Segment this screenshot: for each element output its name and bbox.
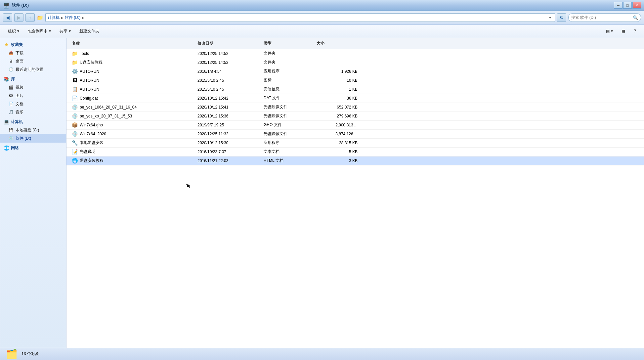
table-row[interactable]: 🔧 本地硬盘安装 2020/10/12 15:30 应用程序 28,315 KB <box>66 139 644 148</box>
share-button[interactable]: 共享 ▾ <box>56 26 74 36</box>
table-row[interactable]: 📦 Win7x64.gho 2019/9/7 19:25 GHO 文件 2,90… <box>66 121 644 130</box>
table-row[interactable]: 💿 Win7x64_2020 2020/12/25 11:32 光盘映像文件 3… <box>66 130 644 139</box>
video-icon: 🎬 <box>8 85 14 90</box>
new-folder-label: 新建文件夹 <box>79 28 99 34</box>
file-size: 28,315 KB <box>314 140 360 146</box>
sidebar-item-drive-c[interactable]: 💾 本地磁盘 (C:) <box>0 126 66 134</box>
table-row[interactable]: 💿 pe_yqs_xp_20_07_31_15_53 2020/10/12 15… <box>66 112 644 121</box>
table-row[interactable]: 💿 pe_yqs_1064_20_07_31_16_04 2020/10/12 … <box>66 103 644 112</box>
column-type[interactable]: 类型 <box>261 39 314 48</box>
file-type: DAT 文件 <box>261 95 314 102</box>
file-date: 2020/10/12 15:30 <box>195 140 261 146</box>
library-label: 库 <box>11 76 15 82</box>
file-name: 📝 光盘说明 <box>69 148 195 156</box>
table-row[interactable]: 📁 Tools 2020/12/25 14:52 文件夹 <box>66 49 644 58</box>
table-row[interactable]: 📁 U盘安装教程 2020/12/25 14:52 文件夹 <box>66 58 644 67</box>
breadcrumb-drive[interactable]: 软件 (D:) <box>65 15 80 21</box>
file-icon: ⚙️ <box>72 68 78 74</box>
image-label: 图片 <box>16 93 23 99</box>
sidebar-item-download[interactable]: 📥 下载 <box>0 49 66 57</box>
sidebar-item-image[interactable]: 🖼 图片 <box>0 92 66 100</box>
file-type: 文本文档 <box>261 148 314 155</box>
maximize-button[interactable]: □ <box>623 2 632 9</box>
file-size: 1,926 KB <box>314 68 360 74</box>
statusbar-count: 13 个对象 <box>21 351 39 357</box>
file-icon: 💿 <box>72 131 78 137</box>
file-icon: 🔧 <box>72 140 78 146</box>
column-name[interactable]: 名称 <box>69 39 195 48</box>
help-button[interactable]: ? <box>630 26 640 36</box>
forward-button[interactable]: ▶ <box>14 13 23 22</box>
sidebar-section-computer: 💻 计算机 💾 本地磁盘 (C:) 💿 软件 (D:) <box>0 118 66 143</box>
breadcrumb-computer[interactable]: 计算机 <box>48 15 60 21</box>
sidebar-item-video[interactable]: 🎬 视频 <box>0 83 66 92</box>
window-icon: 🖥️ <box>3 2 10 9</box>
file-name: ⚙️ AUTORUN <box>69 68 195 75</box>
breadcrumb-dropdown[interactable]: ▾ <box>547 14 553 22</box>
file-size: 279,696 KB <box>314 113 360 119</box>
search-bar[interactable]: 🔍 <box>568 13 641 22</box>
main-layout: ★ 收藏夹 📥 下载 🖥 桌面 🕐 最近访问的位置 <box>0 38 644 348</box>
table-row[interactable]: 📄 Config.dat 2020/10/12 15:42 DAT 文件 36 … <box>66 94 644 103</box>
filelist-header: 名称 修改日期 类型 大小 <box>66 38 644 49</box>
file-rows-container: 📁 Tools 2020/12/25 14:52 文件夹 📁 U盘安装教程 20… <box>66 49 644 165</box>
titlebar-controls: ─ □ ✕ <box>614 2 641 9</box>
sidebar-header-computer[interactable]: 💻 计算机 <box>0 118 66 126</box>
statusbar-logo: 🗂️ <box>6 348 18 360</box>
titlebar: 🖥️ 软件 (D:) ─ □ ✕ <box>0 0 644 11</box>
file-size: 10 KB <box>314 77 360 83</box>
include-library-label: 包含到库中 <box>28 28 48 34</box>
table-row[interactable]: 🖼 AUTORUN 2015/5/10 2:45 图标 10 KB <box>66 76 644 85</box>
favorites-label: 收藏夹 <box>11 42 23 48</box>
sidebar-item-recent[interactable]: 🕐 最近访问的位置 <box>0 66 66 74</box>
sidebar-header-library[interactable]: 📚 库 <box>0 75 66 83</box>
column-date[interactable]: 修改日期 <box>195 39 261 48</box>
close-button[interactable]: ✕ <box>632 2 641 9</box>
breadcrumb-bar[interactable]: 计算机 ▶ 软件 (D:) ▶ ▾ <box>45 13 555 22</box>
sidebar-item-doc[interactable]: 📄 文档 <box>0 100 66 108</box>
view-button[interactable]: ▤ ▾ <box>602 26 617 36</box>
sidebar-item-desktop[interactable]: 🖥 桌面 <box>0 57 66 66</box>
file-type: 光盘映像文件 <box>261 112 314 119</box>
column-size[interactable]: 大小 <box>314 39 360 48</box>
file-name-text: AUTORUN <box>80 78 99 83</box>
search-input[interactable] <box>571 15 631 20</box>
include-library-button[interactable]: 包含到库中 ▾ <box>24 26 55 36</box>
drive-c-label: 本地磁盘 (C:) <box>16 127 39 133</box>
file-size: 36 KB <box>314 95 360 101</box>
file-name-text: Win7x64.gho <box>80 123 103 127</box>
file-name-text: pe_yqs_1064_20_07_31_16_04 <box>80 105 137 110</box>
file-type: 应用程序 <box>261 68 314 75</box>
table-row[interactable]: ⚙️ AUTORUN 2016/1/8 4:54 应用程序 1,926 KB <box>66 67 644 76</box>
file-size <box>314 62 360 63</box>
file-type: 安装信息 <box>261 86 314 93</box>
layout-button[interactable]: ▦ <box>618 26 629 36</box>
table-row[interactable]: 🌐 硬盘安装教程 2016/11/21 22:03 HTML 文档 3 KB <box>66 157 644 165</box>
statusbar: 🗂️ 13 个对象 <box>0 348 644 360</box>
table-row[interactable]: 📝 光盘说明 2016/10/23 7:07 文本文档 5 KB <box>66 148 644 157</box>
table-row[interactable]: 📋 AUTORUN 2015/5/10 2:45 安装信息 1 KB <box>66 85 644 94</box>
new-folder-button[interactable]: 新建文件夹 <box>76 26 103 36</box>
sidebar-header-favorites[interactable]: ★ 收藏夹 <box>0 41 66 49</box>
share-label: 共享 <box>60 28 67 34</box>
file-icon: 📄 <box>72 95 78 101</box>
sidebar-item-drive-d[interactable]: 💿 软件 (D:) <box>0 134 66 143</box>
file-name-text: U盘安装教程 <box>80 60 103 65</box>
organize-button[interactable]: 组织 ▾ <box>4 26 23 36</box>
file-name: 📦 Win7x64.gho <box>69 121 195 129</box>
image-icon: 🖼 <box>8 93 14 98</box>
file-date: 2020/12/25 14:52 <box>195 51 261 57</box>
sidebar-header-network[interactable]: 🌐 网络 <box>0 144 66 152</box>
sidebar-item-music[interactable]: 🎵 音乐 <box>0 108 66 116</box>
organize-label: 组织 <box>8 28 16 34</box>
computer-icon: 💻 <box>4 119 9 124</box>
back-button[interactable]: ◀ <box>3 13 12 22</box>
minimize-button[interactable]: ─ <box>614 2 623 9</box>
up-button[interactable]: ↑ <box>25 13 35 22</box>
sidebar-section-network: 🌐 网络 <box>0 144 66 152</box>
layout-icon: ▦ <box>622 29 625 33</box>
include-library-dropdown-icon: ▾ <box>49 29 51 33</box>
refresh-button[interactable]: ↻ <box>557 13 566 22</box>
filelist: 名称 修改日期 类型 大小 📁 Tools 2020/12/25 14:52 文… <box>66 38 644 348</box>
library-icon: 📚 <box>4 76 9 82</box>
